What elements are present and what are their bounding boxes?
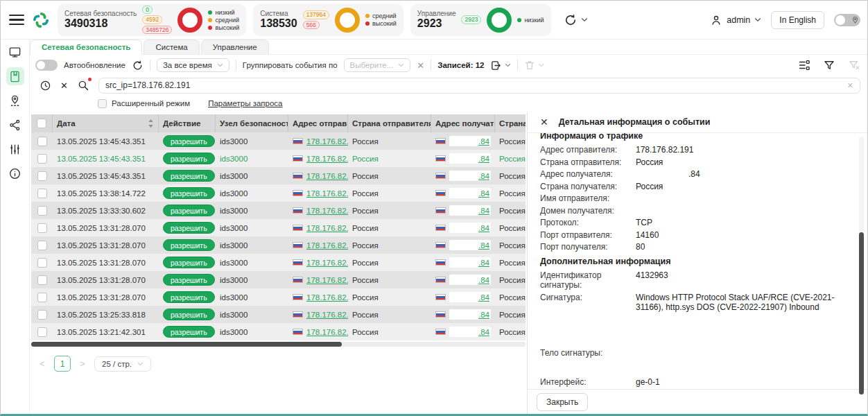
row-checkbox[interactable]	[37, 171, 47, 181]
advanced-mode-checkbox[interactable]	[98, 99, 107, 108]
group-by-select[interactable]: Выберите...	[344, 58, 411, 72]
clear-group-by-button[interactable]: ✕	[417, 60, 424, 71]
group-by-label: Группировать события по	[243, 61, 338, 69]
src-ip-link[interactable]: 178.176.82.191	[306, 241, 348, 250]
src-ip-link[interactable]: 178.176.82.191	[306, 224, 348, 232]
input-clear-icon[interactable]: ✕	[847, 81, 853, 90]
src-ip-link[interactable]: 178.176.82.191	[306, 207, 348, 215]
row-checkbox[interactable]	[37, 154, 47, 164]
event-row[interactable]: 13.05.2025 13:31:28.070разрешитьids30001…	[31, 236, 526, 254]
user-menu[interactable]: admin	[710, 14, 761, 26]
refresh-button[interactable]	[132, 60, 144, 71]
row-checkbox[interactable]	[37, 206, 47, 216]
src-ip-link[interactable]: 178.176.82.191	[306, 137, 348, 146]
event-row[interactable]: 13.05.2025 13:45:43.351разрешитьids30001…	[31, 132, 526, 150]
close-button[interactable]: Закрыть	[537, 393, 588, 411]
prev-page-button[interactable]: <	[37, 359, 48, 369]
dst-ip-link[interactable]: .84	[478, 172, 489, 180]
event-row[interactable]: 13.05.2025 13:31:28.070разрешитьids30001…	[31, 254, 526, 271]
search-submit-button[interactable]	[77, 79, 89, 92]
event-row[interactable]: 13.05.2025 13:31:28.070разрешитьids30001…	[31, 271, 526, 288]
tab-system[interactable]: Система	[144, 40, 199, 54]
advanced-mode-option[interactable]: Расширенный режим	[98, 99, 190, 108]
event-row[interactable]: 13.05.2025 13:33:30.602разрешитьids30001…	[31, 202, 526, 219]
src-ip-link[interactable]: 178.176.82.191	[306, 155, 348, 163]
dst-ip-link[interactable]: .84	[478, 241, 489, 250]
event-row[interactable]: 13.05.2025 13:31:28.070разрешитьids30001…	[31, 219, 526, 236]
column-header[interactable]: Узел безопасности	[216, 114, 288, 132]
select-all-checkbox[interactable]	[37, 119, 46, 128]
stat-card-management[interactable]: Управление 2923 2923 низкий	[410, 4, 551, 36]
event-row[interactable]: 13.05.2025 13:31:28.070разрешитьids30001…	[31, 288, 526, 306]
page-size-select[interactable]: 25 / стр.	[94, 356, 151, 372]
search-history-button[interactable]	[40, 80, 51, 92]
event-row[interactable]: 13.05.2025 13:21:42.301разрешитьids30001…	[31, 323, 526, 340]
row-checkbox[interactable]	[37, 241, 47, 250]
row-checkbox[interactable]	[37, 189, 47, 198]
sidebar-item-geo-map[interactable]	[6, 92, 24, 110]
column-settings-icon[interactable]	[798, 59, 810, 71]
dst-ip-link[interactable]: .84	[478, 207, 489, 215]
sidebar-item-dashboard[interactable]	[6, 43, 24, 61]
src-ip-link[interactable]: 178.176.82.191	[306, 189, 348, 198]
search-input[interactable]: src_ip=178.176.82.191 ✕	[98, 78, 860, 94]
src-ip-link[interactable]: 178.176.82.191	[306, 276, 348, 284]
row-checkbox[interactable]	[37, 137, 47, 146]
page-number[interactable]: 1	[54, 356, 71, 372]
dst-ip-link[interactable]: .84	[478, 155, 489, 163]
src-ip-link[interactable]: 178.176.82.191	[306, 328, 348, 336]
security-node: ids3000	[216, 167, 288, 184]
src-ip-link[interactable]: 178.176.82.191	[306, 259, 348, 267]
language-toggle-button[interactable]: In English	[771, 11, 824, 29]
stat-card-system[interactable]: Система 138530 137964566 среднийвысокий	[253, 4, 403, 36]
dst-ip-link[interactable]: .84	[478, 224, 489, 232]
export-button[interactable]	[490, 60, 511, 71]
event-row[interactable]: 13.05.2025 13:38:14.722разрешитьids30001…	[31, 184, 526, 202]
header-refresh-button[interactable]	[564, 13, 588, 27]
clear-search-button[interactable]: ✕	[60, 80, 68, 91]
detail-field-value: Windows HTTP Protocol Stack UAF/RCE (CVE…	[636, 293, 844, 312]
sidebar-item-topology[interactable]	[6, 116, 24, 134]
table-body: 13.05.2025 13:45:43.351разрешитьids30001…	[31, 132, 526, 340]
horizontal-scrollbar-thumb[interactable]	[31, 342, 342, 347]
dst-ip-link[interactable]: .84	[478, 328, 489, 336]
row-checkbox[interactable]	[37, 327, 47, 337]
menu-icon[interactable]	[9, 15, 24, 25]
geo-toggle[interactable]	[834, 14, 860, 26]
dst-ip-link[interactable]: .84	[478, 276, 489, 284]
src-ip-link[interactable]: 178.176.82.191	[306, 311, 348, 319]
row-checkbox[interactable]	[37, 258, 47, 268]
tab-network-security[interactable]: Сетевая безопасность	[30, 40, 142, 55]
row-checkbox[interactable]	[37, 275, 47, 285]
sidebar-item-settings[interactable]	[6, 140, 24, 158]
src-ip-link[interactable]: 178.176.82.191	[306, 293, 348, 302]
row-checkbox[interactable]	[37, 223, 47, 233]
dst-ip-link[interactable]: .84	[478, 259, 489, 267]
panel-scrollbar-thumb[interactable]	[859, 232, 864, 395]
event-row[interactable]: 13.05.2025 13:45:43.351разрешитьids30001…	[31, 150, 526, 167]
tab-management[interactable]: Управление	[201, 40, 269, 54]
next-page-button[interactable]: >	[77, 359, 88, 369]
column-header[interactable]: Адрес отправ...	[288, 114, 348, 132]
src-ip-link[interactable]: 178.176.82.191	[306, 172, 348, 180]
dst-ip-link[interactable]: .84	[478, 189, 489, 198]
query-params-link[interactable]: Параметры запроса	[208, 99, 282, 107]
stat-card-network-security[interactable]: Сетевая безопасность 3490318 04592348572…	[58, 4, 246, 36]
dst-ip-link[interactable]: .84	[478, 137, 489, 146]
sort-icon[interactable]	[148, 119, 154, 128]
sidebar-item-events-journal[interactable]	[6, 67, 24, 85]
sidebar-item-info[interactable]	[6, 164, 24, 182]
event-row[interactable]: 13.05.2025 13:45:43.351разрешитьids30001…	[31, 167, 526, 184]
filter-icon[interactable]	[823, 59, 835, 71]
dst-ip-link[interactable]: .84	[478, 293, 489, 302]
dst-ip-link[interactable]: .84	[478, 311, 489, 319]
event-row[interactable]: 13.05.2025 13:25:33.818разрешитьids30001…	[31, 306, 526, 323]
autorefresh-toggle[interactable]	[35, 60, 58, 71]
time-range-select[interactable]: За все время	[157, 58, 229, 72]
row-checkbox[interactable]	[37, 293, 47, 302]
column-header[interactable]: Дата	[53, 114, 159, 132]
filter-clear-icon[interactable]	[848, 59, 860, 71]
panel-close-icon[interactable]: ✕	[540, 116, 548, 128]
delete-button-disabled[interactable]	[524, 60, 544, 71]
row-checkbox[interactable]	[37, 310, 47, 320]
